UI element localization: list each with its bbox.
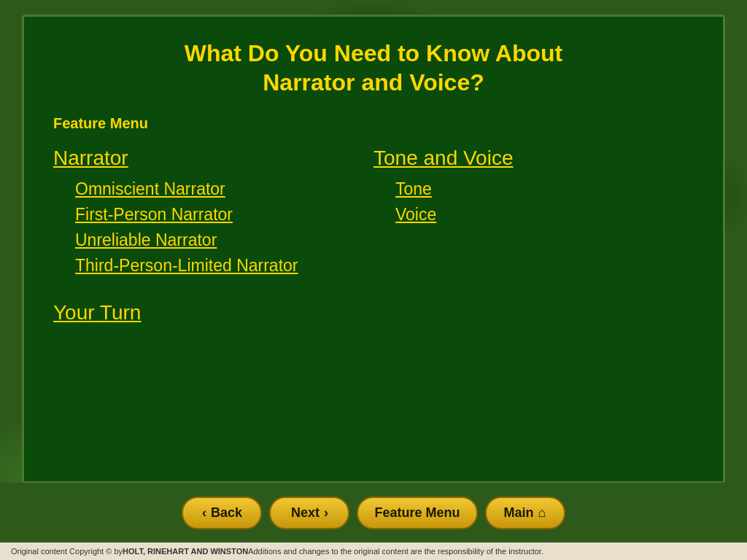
menu-grid: Narrator Omniscient Narrator First-Perso… [53, 147, 694, 276]
back-chevron-icon: ‹ [202, 505, 206, 521]
main-button-label: Main [504, 505, 534, 521]
your-turn-section: Your Turn [53, 301, 694, 328]
copyright-text-before: Original content Copyright © by [11, 547, 123, 556]
left-menu-column: Narrator Omniscient Narrator First-Perso… [53, 147, 374, 276]
next-label: Next [291, 505, 320, 521]
home-icon: ⌂ [538, 505, 546, 521]
tone-link[interactable]: Tone [395, 179, 694, 199]
tone-and-voice-link[interactable]: Tone and Voice [374, 147, 694, 170]
feature-menu-button[interactable]: Feature Menu [357, 497, 477, 529]
your-turn-link[interactable]: Your Turn [53, 301, 141, 324]
feature-menu-label: Feature Menu [53, 115, 694, 132]
copyright-bar: Original content Copyright © by HOLT, RI… [0, 542, 747, 560]
back-label: Back [211, 505, 242, 521]
main-button[interactable]: Main ⌂ [485, 497, 565, 529]
main-content-card: What Do You Need to Know About Narrator … [22, 15, 725, 483]
feature-menu-button-label: Feature Menu [374, 505, 460, 521]
omniscient-narrator-link[interactable]: Omniscient Narrator [75, 179, 374, 199]
narrator-link[interactable]: Narrator [53, 147, 374, 170]
voice-link[interactable]: Voice [395, 205, 694, 225]
page-title: What Do You Need to Know About Narrator … [53, 39, 694, 97]
next-chevron-icon: › [324, 505, 328, 521]
back-button[interactable]: ‹ Back [182, 497, 262, 529]
next-button[interactable]: Next › [269, 497, 349, 529]
first-person-narrator-link[interactable]: First-Person Narrator [75, 205, 374, 225]
navigation-bar: ‹ Back Next › Feature Menu Main ⌂ [0, 483, 747, 542]
unreliable-narrator-link[interactable]: Unreliable Narrator [75, 230, 374, 250]
right-menu-column: Tone and Voice Tone Voice [374, 147, 694, 276]
copyright-publisher: HOLT, RINEHART AND WINSTON [123, 547, 248, 556]
copyright-text-after: Additions and changes to the original co… [248, 547, 543, 556]
third-person-limited-narrator-link[interactable]: Third-Person-Limited Narrator [75, 256, 374, 276]
